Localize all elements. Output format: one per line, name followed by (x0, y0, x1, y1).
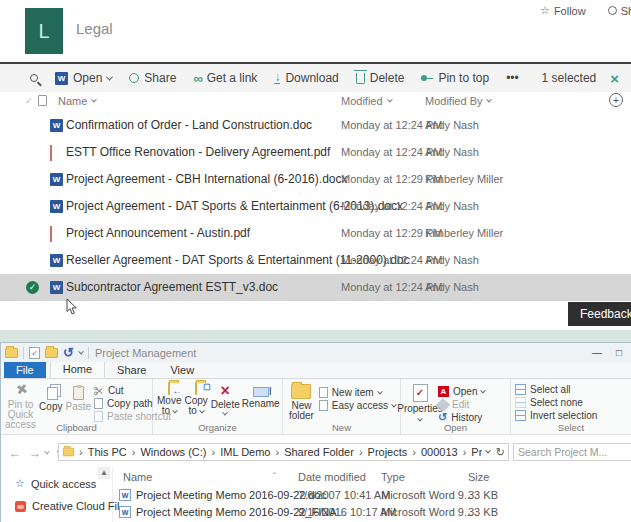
file-row[interactable]: W Confirmation of Order - Land Construct… (0, 112, 631, 139)
tab-file[interactable]: File (4, 362, 46, 378)
paste-button[interactable]: Paste (65, 382, 91, 412)
follow-button[interactable]: ☆ Follow (540, 4, 586, 17)
group-open: ✓ Properties A Open Edit ↺ His (401, 379, 511, 434)
undo-icon[interactable]: ↺ (63, 346, 74, 359)
feedback-button[interactable]: Feedback (568, 302, 631, 326)
breadcrumb[interactable]: ›This PC ›Windows (C:) ›IML Demo ›Shared… (58, 443, 509, 461)
select-none-button[interactable]: Select none (515, 397, 597, 408)
refresh-icon[interactable]: ↻ (496, 446, 505, 459)
share-button[interactable]: Share (129, 71, 176, 85)
crumb-this-pc[interactable]: This PC (88, 446, 127, 458)
column-type[interactable]: Type (381, 471, 405, 483)
invert-selection-button[interactable]: Invert selection (515, 410, 597, 421)
creative-cloud-icon (15, 501, 26, 512)
search-button[interactable] (30, 74, 38, 82)
chevron-down-icon[interactable] (78, 348, 84, 354)
address-dropdown-icon[interactable] (485, 448, 491, 454)
delete-x-icon: × (221, 384, 230, 398)
link-icon: ∞ (193, 71, 201, 86)
file-row-selected[interactable]: ✓ W Subcontractor Agreement ESTT_v3.doc … (0, 274, 631, 301)
file-row[interactable]: W Project Meeting Memo 2016-09-22_FINA..… (113, 504, 631, 521)
column-name[interactable]: Name (123, 471, 152, 483)
forward-button[interactable]: → (29, 446, 41, 460)
sidebar-item-quick-access[interactable]: ☆ Quick access (15, 477, 96, 490)
crumb-shared-folder[interactable]: Shared Folder (284, 446, 354, 458)
folder-icon[interactable] (5, 348, 18, 358)
file-row[interactable]: ESTT Office Renovation - Delivery Agreem… (0, 139, 631, 166)
minimize-button[interactable]: — (592, 347, 602, 358)
pin-to-top-button[interactable]: Pin to top (421, 71, 489, 85)
select-none-icon (515, 397, 526, 408)
get-link-button[interactable]: ∞ Get a link (193, 71, 257, 86)
file-modified-by: Kimberley Miller (425, 173, 503, 185)
path-icon (94, 398, 103, 409)
tab-home[interactable]: Home (50, 360, 105, 378)
star-icon: ☆ (15, 477, 25, 490)
sharepoint-library: ☆ Follow Share L Legal W Open Share ∞ (0, 0, 631, 330)
title-bar[interactable]: ✓ ↺ Project Management — □ (1, 343, 631, 362)
word-file-icon: W (119, 489, 131, 501)
file-row[interactable]: W Reseller Agreement - DAT Sports & Ente… (0, 247, 631, 274)
file-row[interactable]: W Project Agreement - DAT Sports & Enter… (0, 193, 631, 220)
clear-selection-button[interactable]: × (610, 70, 619, 87)
group-label: Organize (153, 422, 282, 433)
crumb-projects[interactable]: Projects (368, 446, 408, 458)
copy-to-button[interactable]: ▢ Copy to (184, 382, 207, 416)
more-commands-button[interactable]: ••• (506, 71, 519, 85)
window-gap (0, 330, 631, 342)
rename-button[interactable]: Rename (243, 382, 279, 409)
edit-button[interactable]: Edit (438, 399, 485, 410)
open-label: Open (73, 71, 102, 85)
delete-button-explorer[interactable]: × Delete (211, 382, 240, 416)
file-list-pane: ˆ Name Date modified Type Size W Project… (113, 467, 631, 522)
crumb-iml-demo[interactable]: IML Demo (220, 446, 270, 458)
crumb-project-management[interactable]: Project Management (471, 446, 481, 458)
chevron-down-icon (387, 97, 393, 103)
file-name: Project Announcement - Austin.pdf (66, 226, 250, 240)
delete-button[interactable]: Delete (356, 71, 405, 85)
column-date-modified[interactable]: Date modified (298, 471, 366, 483)
selected-check-icon[interactable]: ✓ (26, 281, 39, 294)
properties-icon[interactable]: ✓ (29, 347, 40, 359)
file-modified-by: Kimberley Miller (425, 227, 503, 239)
recent-locations-button[interactable] (44, 448, 50, 454)
open-button[interactable]: W Open (55, 71, 112, 85)
site-logo[interactable]: L (25, 8, 63, 54)
word-icon: W (55, 72, 68, 85)
file-modified-by: Andy Nash (425, 254, 479, 266)
select-all-checkbox[interactable]: ✓ (25, 96, 33, 106)
download-button[interactable]: ↓ Download (274, 71, 338, 85)
new-item-button[interactable]: New item (319, 387, 396, 398)
crumb-drive[interactable]: Windows (C:) (140, 446, 206, 458)
column-size[interactable]: Size (468, 471, 489, 483)
copy-button[interactable]: Copy (39, 382, 62, 412)
sidebar-item-creative-cloud[interactable]: Creative Cloud Fil (15, 500, 119, 512)
word-file-icon: W (119, 506, 131, 518)
tab-share[interactable]: Share (105, 362, 158, 378)
properties-button[interactable]: ✓ Properties (405, 382, 435, 424)
column-name[interactable]: Name (58, 95, 96, 107)
share-site-button[interactable]: Share (608, 4, 631, 17)
open-file-button[interactable]: A Open (438, 386, 485, 397)
column-modified-by[interactable]: Modified By (425, 95, 491, 107)
scroll-up-button[interactable]: ▲ (98, 467, 110, 479)
search-input[interactable] (513, 443, 631, 461)
group-organize: ← Move to ▢ Copy to × Delete Rename Orga… (153, 379, 283, 434)
crumb-000013[interactable]: 000013 (421, 446, 458, 458)
new-folder-button[interactable]: New folder (287, 382, 316, 421)
back-button[interactable]: ← (9, 446, 21, 460)
list-columns: ˆ Name Date modified Type Size (113, 470, 631, 486)
follow-label: Follow (554, 5, 586, 17)
column-modified[interactable]: Modified (341, 95, 392, 107)
file-row[interactable]: W Project Agreement - CBH International … (0, 166, 631, 193)
maximize-button[interactable]: □ (616, 347, 622, 358)
move-to-button[interactable]: ← Move to (157, 382, 181, 416)
add-column-button[interactable]: + (609, 93, 623, 107)
file-row[interactable]: W Project Meeting Memo 2016-09-22.doc 7/… (113, 487, 631, 504)
navigation-pane: ▲ ☆ Quick access Creative Cloud Fil (1, 467, 113, 522)
select-all-button[interactable]: Select all (515, 384, 597, 395)
file-row[interactable]: Project Announcement - Austin.pdf Monday… (0, 220, 631, 247)
new-folder-icon[interactable] (45, 348, 58, 358)
tab-view[interactable]: View (158, 362, 206, 378)
easy-access-button[interactable]: Easy access (319, 400, 396, 411)
